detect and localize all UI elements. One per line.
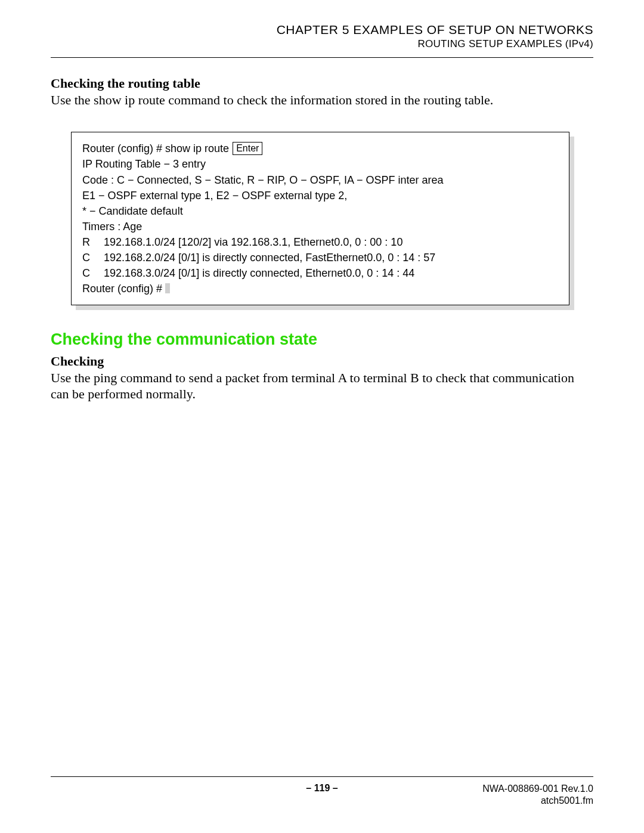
footer-rule <box>51 776 593 777</box>
terminal-output-block: Router (config) # show ip route Enter IP… <box>71 132 569 305</box>
code-line: Router (config) # <box>82 281 558 296</box>
enter-key: Enter <box>233 142 262 155</box>
code-line: Router (config) # show ip route Enter <box>82 141 558 156</box>
page-header: CHAPTER 5 EXAMPLES OF SETUP ON NETWORKS … <box>51 23 593 50</box>
prompt-end: Router (config) # <box>82 283 165 295</box>
section2-subhead: Checking <box>51 354 593 369</box>
route-text: 192.168.2.0/24 [0/1] is directly connect… <box>104 252 435 264</box>
route-entry: C192.168.3.0/24 [0/1] is directly connec… <box>82 265 558 281</box>
header-rule <box>51 57 593 58</box>
code-box: Router (config) # show ip route Enter IP… <box>71 132 569 305</box>
page-footer: – 119 – NWA-008869-001 Rev.1.0 atch5001.… <box>51 776 593 807</box>
code-line: Timers : Age <box>82 219 558 234</box>
section-title: ROUTING SETUP EXAMPLES (IPv4) <box>51 38 593 50</box>
route-text: 192.168.1.0/24 [120/2] via 192.168.3.1, … <box>104 236 402 248</box>
route-code: R <box>82 234 104 250</box>
prompt-command: Router (config) # show ip route <box>82 143 232 154</box>
section1-heading: Checking the routing table <box>51 76 593 91</box>
page-number: – 119 – <box>51 783 593 794</box>
route-entry: R192.168.1.0/24 [120/2] via 192.168.3.1,… <box>82 234 558 250</box>
code-line: Code : C − Connected, S − Static, R − RI… <box>82 172 558 188</box>
code-line: * − Candidate default <box>82 203 558 219</box>
route-text: 192.168.3.0/24 [0/1] is directly connect… <box>104 267 414 279</box>
code-line: E1 − OSPF external type 1, E2 − OSPF ext… <box>82 188 558 203</box>
section2-heading: Checking the communication state <box>51 330 593 349</box>
section2-text: Use the ping command to send a packet fr… <box>51 370 593 402</box>
route-code: C <box>82 265 104 281</box>
chapter-title: CHAPTER 5 EXAMPLES OF SETUP ON NETWORKS <box>51 23 593 37</box>
section1-text: Use the show ip route command to check t… <box>51 92 593 108</box>
route-entry: C192.168.2.0/24 [0/1] is directly connec… <box>82 250 558 265</box>
doc-file: atch5001.fm <box>482 795 593 807</box>
code-line: IP Routing Table − 3 entry <box>82 156 558 172</box>
route-code: C <box>82 250 104 265</box>
cursor-icon <box>165 283 170 293</box>
